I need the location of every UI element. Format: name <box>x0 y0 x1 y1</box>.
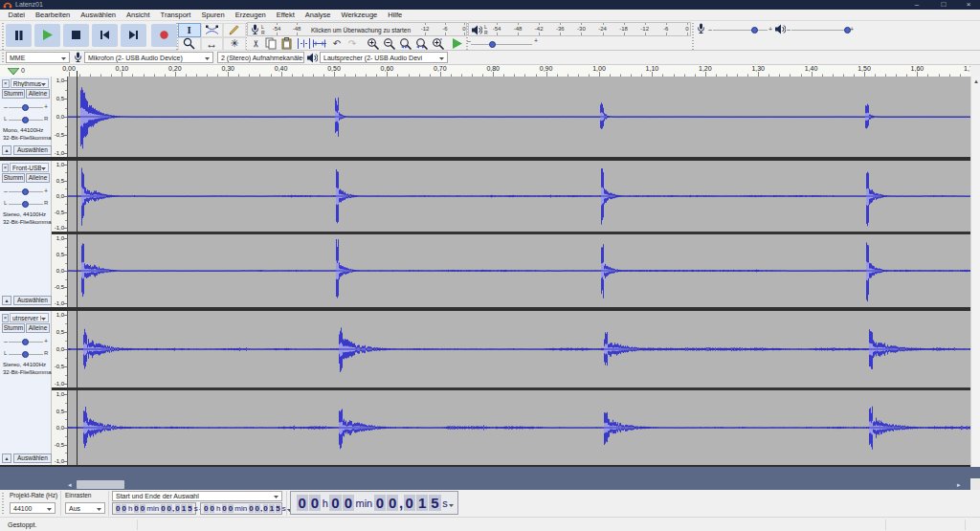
selection-start-time[interactable]: 00h00min00,015s <box>112 502 196 515</box>
trim-audio-button[interactable] <box>296 36 311 51</box>
track-name[interactable]: Front-USB <box>12 165 41 171</box>
playback-meter[interactable]: LR-54-48-42-36-30-24-18-12-60 <box>468 22 691 36</box>
pan-slider[interactable] <box>9 353 43 356</box>
collapse-button[interactable]: ▲ <box>2 145 11 155</box>
selection-tool-button[interactable]: I <box>178 23 201 37</box>
recording-volume-slider[interactable] <box>713 29 768 32</box>
pan-slider[interactable] <box>9 203 43 206</box>
play-at-speed-button[interactable] <box>450 36 465 51</box>
undo-button[interactable]: ↶ <box>329 36 345 51</box>
solo-button[interactable]: Alleine <box>26 89 50 99</box>
playback-volume-slider[interactable] <box>791 29 849 32</box>
solo-button[interactable]: Alleine <box>26 323 50 333</box>
waveform-canvas[interactable] <box>68 390 970 465</box>
menu-erzeugen[interactable]: Erzeugen <box>230 11 271 19</box>
zoom-toggle-button[interactable] <box>431 36 446 51</box>
zoom-in-button[interactable] <box>366 36 381 51</box>
pan-thumb[interactable] <box>22 351 29 358</box>
track-close-button[interactable]: × <box>2 314 9 322</box>
vertical-scrollbar[interactable]: ▲ ▼ <box>970 77 980 478</box>
zoom-tool-button[interactable] <box>178 37 201 52</box>
scroll-right-icon[interactable]: ▸ <box>957 480 961 489</box>
play-speed-thumb[interactable] <box>489 41 496 48</box>
selection-range-mode-select[interactable]: Start und Ende der Auswahl <box>112 491 282 501</box>
play-speed-slider[interactable] <box>471 43 532 46</box>
gain-thumb[interactable] <box>22 104 29 111</box>
draw-tool-button[interactable] <box>223 23 246 37</box>
waveform-canvas[interactable] <box>68 161 970 232</box>
snap-select[interactable]: Aus <box>65 502 105 514</box>
time-caret-icon[interactable] <box>449 494 454 510</box>
audio-position-time[interactable]: 00h00min00,015s <box>290 491 458 515</box>
pan-slider[interactable] <box>9 119 43 122</box>
menu-hilfe[interactable]: Hilfe <box>383 11 408 19</box>
solo-button[interactable]: Alleine <box>26 173 50 183</box>
waveform-canvas[interactable] <box>68 311 970 387</box>
scroll-up-icon[interactable]: ▲ <box>972 78 980 84</box>
timeline-ruler[interactable]: 00,000,100,200,300,400,500,600,700,800,9… <box>0 65 970 77</box>
playback-device-select[interactable]: Lautsprecher (2- USB Audio Devi <box>320 52 448 63</box>
track-name-box[interactable]: Rhythmus <box>11 78 49 88</box>
silence-audio-button[interactable] <box>311 36 326 51</box>
play-button[interactable] <box>34 24 60 47</box>
recording-device-select[interactable]: Mikrofon (2- USB Audio Device) <box>84 52 213 63</box>
pan-thumb[interactable] <box>22 201 29 208</box>
scroll-left-icon[interactable]: ◂ <box>68 480 72 489</box>
gain-thumb[interactable] <box>22 188 29 195</box>
maximize-button[interactable]: □ <box>936 0 951 10</box>
record-meter[interactable]: LR-54-48-12-60Klicken um Überwachung zu … <box>247 22 467 36</box>
select-button[interactable]: Auswählen <box>13 454 52 463</box>
project-rate-select[interactable]: 44100 <box>10 502 56 514</box>
minimize-button[interactable]: – <box>909 0 924 10</box>
track-close-button[interactable]: × <box>2 79 10 88</box>
menu-auswählen[interactable]: Auswählen <box>76 11 122 19</box>
select-button[interactable]: Auswählen <box>13 296 52 305</box>
record-button[interactable] <box>151 24 177 47</box>
envelope-tool-button[interactable] <box>201 23 224 37</box>
stop-button[interactable] <box>63 24 89 47</box>
menu-datei[interactable]: Datei <box>3 11 31 19</box>
horizontal-scrollbar-thumb[interactable] <box>77 480 124 489</box>
track-name-box[interactable]: utnserver Pr <box>10 313 49 322</box>
redo-button[interactable]: ↷ <box>345 36 360 51</box>
mute-button[interactable]: Stumm <box>2 89 25 99</box>
audio-host-select[interactable]: MME <box>6 52 70 63</box>
menu-werkzeuge[interactable]: Werkzeuge <box>336 11 383 19</box>
collapse-button[interactable]: ▲ <box>2 296 11 305</box>
track-menu-caret-icon[interactable] <box>41 165 46 171</box>
gain-slider[interactable] <box>9 190 43 193</box>
waveform-canvas[interactable] <box>68 77 970 157</box>
recording-channels-select[interactable]: 2 (Stereo) Aufnahmekanäle <box>217 52 304 63</box>
select-button[interactable]: Auswählen <box>13 145 52 155</box>
recording-volume-thumb[interactable] <box>751 27 758 33</box>
pause-button[interactable] <box>6 24 32 47</box>
paste-button[interactable] <box>278 36 294 51</box>
menu-transport[interactable]: Transport <box>155 11 196 19</box>
cut-button[interactable]: ✂ <box>248 36 263 51</box>
menu-spuren[interactable]: Spuren <box>196 11 230 19</box>
track-close-button[interactable]: × <box>2 164 9 172</box>
copy-button[interactable] <box>263 36 278 51</box>
collapse-button[interactable]: ▲ <box>2 454 11 463</box>
track-menu-caret-icon[interactable] <box>41 80 46 87</box>
menu-analyse[interactable]: Analyse <box>300 11 336 19</box>
menu-effekt[interactable]: Effekt <box>271 11 300 19</box>
skip-to-start-button[interactable] <box>92 24 118 47</box>
gain-slider[interactable] <box>9 106 43 109</box>
pan-thumb[interactable] <box>22 117 29 123</box>
menu-ansicht[interactable]: Ansicht <box>122 11 156 19</box>
track-menu-caret-icon[interactable] <box>41 315 46 321</box>
zoom-fit-button[interactable] <box>414 36 430 51</box>
skip-to-end-button[interactable] <box>121 24 146 47</box>
monitoring-prompt[interactable]: Klicken um Überwachung zu starten <box>311 27 411 33</box>
waveform-canvas[interactable] <box>68 234 970 307</box>
menu-bearbeiten[interactable]: Bearbeiten <box>31 11 76 19</box>
multi-tool-button[interactable]: ✳ <box>223 37 246 52</box>
track-name[interactable]: Rhythmus <box>13 80 41 87</box>
mute-button[interactable]: Stumm <box>2 323 25 333</box>
selection-end-time[interactable]: 00h00min00,015s <box>200 502 282 515</box>
zoom-out-button[interactable] <box>382 36 397 51</box>
close-button[interactable]: × <box>961 0 976 10</box>
track-name-box[interactable]: Front-USB <box>10 163 49 172</box>
time-shift-tool-button[interactable]: ↔ <box>201 37 224 52</box>
